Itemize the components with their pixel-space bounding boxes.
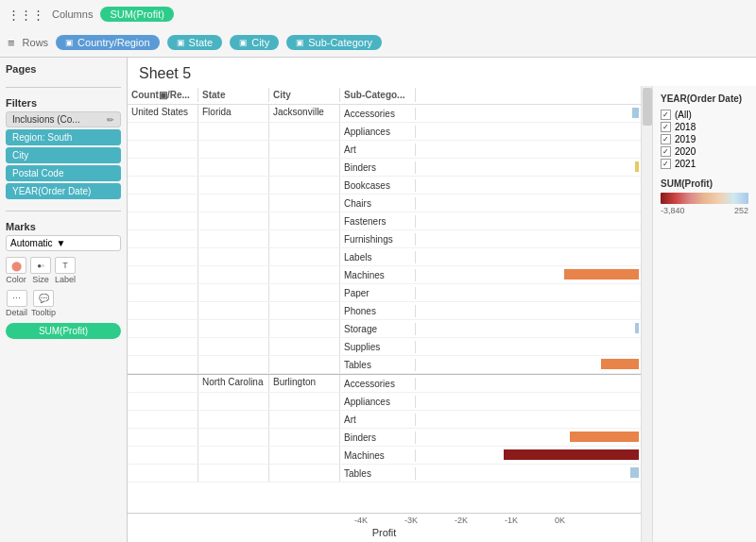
cell-bar bbox=[416, 142, 641, 158]
cell-city bbox=[269, 141, 340, 158]
legend-year-label: (All) bbox=[675, 110, 692, 120]
cell-country bbox=[128, 447, 198, 464]
cell-subcat: Furnishings bbox=[340, 233, 416, 246]
header-country: Count▣/Re... bbox=[128, 88, 198, 102]
legend-checkbox[interactable] bbox=[661, 122, 671, 132]
cell-country bbox=[128, 141, 198, 158]
table-row: Machines bbox=[128, 266, 641, 284]
legend-year-item[interactable]: (All) bbox=[661, 110, 748, 120]
legend-year-item[interactable]: 2018 bbox=[661, 122, 748, 132]
size-button[interactable]: ●◦ Size bbox=[30, 257, 51, 284]
rows-pill-state[interactable]: ▣ State bbox=[167, 35, 223, 50]
filter-city[interactable]: City bbox=[6, 147, 121, 163]
cell-bar bbox=[416, 249, 641, 265]
year-legend-items: (All)2018201920202021 bbox=[661, 110, 748, 169]
columns-pill[interactable]: SUM(Profit) bbox=[100, 7, 173, 22]
cell-subcat: Paper bbox=[340, 287, 416, 299]
year-legend-title: YEAR(Order Date) bbox=[661, 93, 748, 104]
cell-country bbox=[128, 356, 198, 373]
xaxis-label-0k: 0K bbox=[555, 516, 565, 525]
right-legend: YEAR(Order Date) (All)2018201920202021 S… bbox=[652, 86, 756, 542]
filter-postal[interactable]: Postal Code bbox=[6, 165, 121, 181]
cell-subcat: Binders bbox=[340, 161, 416, 174]
cell-bar bbox=[416, 106, 641, 122]
table-row: Binders bbox=[128, 159, 641, 177]
cell-country bbox=[128, 230, 198, 247]
cell-subcat: Chairs bbox=[340, 197, 416, 210]
cell-subcat: Appliances bbox=[340, 126, 416, 138]
table-header: Count▣/Re... State City Sub-Catego... bbox=[128, 86, 641, 105]
color-button[interactable]: ⬤ Color bbox=[6, 257, 26, 284]
marks-type-dropdown[interactable]: Automatic ▼ bbox=[6, 235, 121, 251]
label-button[interactable]: T Label bbox=[55, 257, 76, 284]
cell-state bbox=[198, 266, 269, 283]
cell-country bbox=[128, 465, 198, 482]
cell-state bbox=[198, 230, 269, 247]
cell-bar bbox=[416, 412, 641, 428]
table-row: Fasteners bbox=[128, 212, 641, 230]
cell-state bbox=[198, 338, 269, 355]
cell-bar bbox=[416, 430, 641, 446]
cell-bar bbox=[416, 466, 641, 482]
cell-city bbox=[269, 302, 340, 319]
header-city: City bbox=[269, 88, 340, 102]
color-legend-title: SUM(Profit) bbox=[661, 178, 748, 189]
header-chart bbox=[416, 88, 641, 102]
color-min: -3,840 bbox=[661, 206, 685, 215]
cell-country bbox=[128, 195, 198, 212]
columns-row: ⋮⋮⋮ Columns SUM(Profit) bbox=[0, 0, 756, 28]
cell-bar bbox=[416, 267, 641, 283]
table-row: Chairs bbox=[128, 195, 641, 212]
legend-year-item[interactable]: 2021 bbox=[661, 159, 748, 169]
legend-checkbox[interactable] bbox=[661, 146, 671, 157]
color-icon: ⬤ bbox=[6, 257, 26, 274]
cell-state bbox=[198, 320, 269, 337]
main-content: Pages Filters Inclusions (Co... ✏ Region… bbox=[0, 58, 756, 542]
filter-region[interactable]: Region: South bbox=[6, 129, 121, 145]
cell-state: Florida bbox=[198, 105, 269, 122]
cell-state bbox=[198, 284, 269, 301]
chart-content: Count▣/Re... State City Sub-Catego... Un… bbox=[128, 86, 756, 542]
marks-title: Marks bbox=[6, 221, 121, 232]
sum-profit-pill[interactable]: SUM(Profit) bbox=[6, 323, 121, 339]
x-axis: -4K -3K -2K -1K 0K Profit bbox=[128, 513, 641, 542]
legend-year-item[interactable]: 2019 bbox=[661, 134, 748, 144]
cell-state bbox=[198, 248, 269, 265]
filter-inclusions[interactable]: Inclusions (Co... ✏ bbox=[6, 111, 121, 127]
marks-section: Marks Automatic ▼ ⬤ Color ●◦ bbox=[6, 221, 121, 339]
edit-icon: ✏ bbox=[107, 115, 114, 125]
table-row: Paper bbox=[128, 284, 641, 302]
filter-year[interactable]: YEAR(Order Date) bbox=[6, 183, 121, 199]
xaxis-label-2k: -2K bbox=[455, 516, 468, 525]
vertical-scrollbar[interactable] bbox=[641, 86, 652, 542]
cell-city bbox=[269, 393, 340, 410]
legend-checkbox[interactable] bbox=[661, 159, 671, 169]
scroll-thumb[interactable] bbox=[643, 88, 652, 126]
cell-state bbox=[198, 393, 269, 410]
legend-year-label: 2018 bbox=[675, 122, 696, 132]
rows-pill-country[interactable]: ▣ Country/Region bbox=[56, 35, 159, 50]
cell-country bbox=[128, 177, 198, 194]
columns-label: Columns bbox=[52, 8, 93, 20]
cell-subcat: Art bbox=[340, 144, 416, 156]
cell-country bbox=[128, 159, 198, 176]
filters-section: Filters Inclusions (Co... ✏ Region: Sout… bbox=[6, 97, 121, 201]
rows-pill-city[interactable]: ▣ City bbox=[230, 35, 279, 50]
cell-state bbox=[198, 429, 269, 446]
cell-bar bbox=[416, 376, 641, 392]
table-body[interactable]: United StatesFloridaJacksonvilleAccessor… bbox=[128, 105, 641, 513]
legend-checkbox[interactable] bbox=[661, 110, 671, 120]
tooltip-button[interactable]: 💬 Tooltip bbox=[31, 290, 56, 317]
legend-year-item[interactable]: 2020 bbox=[661, 146, 748, 157]
detail-button[interactable]: ⋯ Detail bbox=[6, 290, 27, 317]
cell-city bbox=[269, 338, 340, 355]
tooltip-icon: 💬 bbox=[33, 290, 54, 307]
table-row: Appliances bbox=[128, 123, 641, 141]
cell-country bbox=[128, 212, 198, 229]
rows-pill-subcategory[interactable]: ▣ Sub-Category bbox=[286, 35, 382, 50]
cell-city bbox=[269, 266, 340, 283]
legend-checkbox[interactable] bbox=[661, 134, 671, 144]
label-icon: T bbox=[55, 257, 76, 274]
cell-bar bbox=[416, 124, 641, 140]
cell-state bbox=[198, 465, 269, 482]
